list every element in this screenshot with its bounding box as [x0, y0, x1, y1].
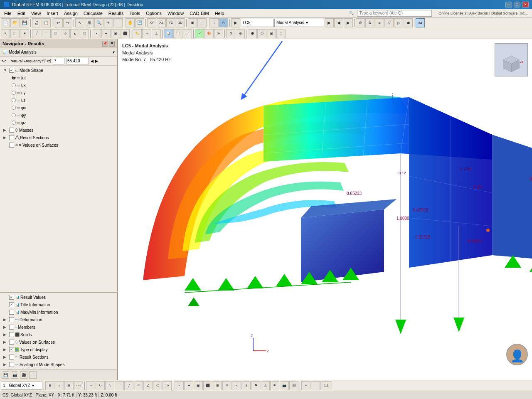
tree-result-values[interactable]: 📊 Result Values — [0, 293, 117, 301]
rv-checkbox[interactable] — [9, 295, 14, 300]
bt-poly[interactable]: ⬡ — [153, 381, 162, 390]
bt-move[interactable]: ↔ — [86, 381, 95, 390]
snap-button[interactable]: ✦ — [20, 29, 29, 38]
layers-button[interactable]: ≡ — [375, 18, 384, 27]
tree-masses[interactable]: ▶ ⬡ Masses — [0, 126, 117, 134]
def-checkbox[interactable] — [9, 317, 14, 322]
tree-scaling-mode[interactable]: ▶ 〜 Scaling of Mode Shapes — [0, 361, 117, 368]
code-btn3[interactable]: ▣ — [267, 29, 276, 38]
num-view-button[interactable]: #2 — [416, 18, 425, 27]
radio-ux[interactable] — [12, 83, 16, 87]
search-input[interactable] — [357, 10, 432, 17]
bt-solid[interactable]: ⬛ — [203, 381, 212, 390]
panel-camera-icon[interactable]: 📷 — [11, 371, 18, 379]
prev-mode[interactable]: ◀ — [334, 18, 343, 27]
lc-next[interactable]: ▶ — [325, 18, 334, 27]
menu-window[interactable]: Window — [165, 10, 186, 16]
menu-results[interactable]: Results — [106, 10, 126, 16]
bt-info[interactable]: ℹ — [241, 381, 251, 390]
tree-phix[interactable]: ▭ φx — [0, 104, 117, 111]
values-surfaces-checkbox[interactable] — [9, 143, 14, 148]
tree-values-surfaces[interactable]: ✕✕ Values on Surfaces — [0, 141, 117, 149]
tree-ux[interactable]: ▭ ux — [0, 81, 117, 89]
bt-more1[interactable]: ≫ — [163, 381, 172, 390]
radio-phiz[interactable] — [12, 121, 16, 125]
masses-checkbox[interactable] — [9, 128, 14, 133]
ti-checkbox[interactable] — [9, 302, 14, 307]
tree-members[interactable]: ▶ ━ Members — [0, 323, 117, 331]
tool-4[interactable]: ◇ — [61, 29, 70, 38]
radio-uz[interactable] — [12, 98, 16, 102]
tree-result-sections-bottom[interactable]: ▶ 〜 Result Sections — [0, 353, 117, 361]
wire-button[interactable]: ⬜ — [197, 18, 207, 27]
select-all[interactable]: ↖ — [1, 29, 10, 38]
tool-6[interactable]: ⬡ — [80, 29, 89, 38]
zoom-in[interactable]: + — [104, 18, 113, 27]
tree-val-surf-bottom[interactable]: ▶ ⬡ Values on Surfaces — [0, 338, 117, 346]
menu-file[interactable]: File — [2, 10, 14, 16]
pan-button[interactable]: ✋ — [126, 18, 135, 27]
open-button[interactable]: 📂 — [10, 18, 20, 27]
panel-video-icon[interactable]: 🎥 — [20, 371, 27, 379]
bt-x[interactable]: ✕ — [222, 381, 232, 390]
result-button[interactable]: R — [219, 18, 228, 27]
zoom-window[interactable]: 🔍 — [94, 18, 103, 27]
minimize-button[interactable]: ─ — [505, 2, 512, 7]
beam-button[interactable]: ━ — [101, 29, 111, 38]
mem-checkbox[interactable] — [9, 325, 14, 330]
measure-button[interactable]: 📏 — [133, 29, 142, 38]
bt-edge[interactable]: ━ — [184, 381, 193, 390]
header-controls[interactable]: 📌 ✕ — [102, 41, 115, 47]
tree-mode-shape[interactable]: ▼ ▭ Mode Shape — [0, 66, 117, 74]
tool-5[interactable]: ▲ — [70, 29, 79, 38]
menu-edit[interactable]: Edit — [15, 10, 28, 16]
bt-face[interactable]: ▣ — [194, 381, 203, 390]
load-button[interactable]: ↓ — [209, 18, 219, 27]
coord-system-dropdown[interactable]: 1 - Global XYZ ▾ — [1, 382, 42, 390]
ortho-btn[interactable]: ⊞ — [64, 381, 74, 390]
rotate-button[interactable]: 🔄 — [135, 18, 144, 27]
freq-value-input[interactable] — [66, 58, 89, 64]
rsb-checkbox[interactable] — [9, 355, 14, 360]
lc5-tab[interactable]: LC5 — [241, 19, 274, 27]
bt-eye[interactable]: 👁 — [270, 381, 279, 390]
modal-analysis-tab[interactable]: 📊 Modal Analysis ▾ — [0, 48, 117, 57]
radio-uy[interactable] — [12, 91, 16, 95]
bt-curve[interactable]: ⌒ — [115, 381, 124, 390]
tree-phiy[interactable]: ▭ φy — [0, 111, 117, 119]
tree-u-abs[interactable]: ▭ |u| — [0, 74, 117, 81]
next-mode[interactable]: ▶ — [344, 18, 353, 27]
result-sections-checkbox[interactable] — [9, 135, 14, 140]
sol-expander[interactable]: ▶ — [3, 332, 8, 337]
modal-dropdown[interactable]: Modal Analysis ▾ — [274, 19, 324, 27]
view-yz[interactable]: YZ — [166, 18, 175, 27]
tree-solids[interactable]: ▶ ⬛ Solids — [0, 331, 117, 338]
snap-btn[interactable]: ⊕ — [45, 381, 54, 390]
menu-help[interactable]: Help — [212, 10, 227, 16]
result-sections-expander[interactable]: ▶ — [3, 135, 8, 140]
tools-r1[interactable]: ⚙ — [226, 29, 235, 38]
tool-2[interactable]: ⌒ — [42, 29, 51, 38]
sol-checkbox[interactable] — [9, 332, 14, 337]
tree-uz[interactable]: ▭ uz — [0, 96, 117, 104]
bt-warning[interactable]: ⚠ — [261, 381, 270, 390]
nav-cube[interactable]: -X — [495, 43, 528, 76]
selection-mode[interactable]: ⬚ — [10, 29, 20, 38]
tool-3[interactable]: □ — [51, 29, 60, 38]
menu-cad-bim[interactable]: CAD-BIM — [187, 10, 211, 16]
menu-calculate[interactable]: Calculate — [81, 10, 105, 16]
view-xz[interactable]: XZ — [157, 18, 166, 27]
radio-phix[interactable] — [12, 106, 16, 110]
lc-prev[interactable]: ▶ — [231, 18, 240, 27]
view-result-on[interactable]: ✓ — [195, 29, 204, 38]
bt-scale[interactable]: ⤡ — [105, 381, 114, 390]
menu-assign[interactable]: Assign — [62, 10, 80, 16]
sms-checkbox[interactable] — [9, 362, 14, 367]
render-button[interactable]: ▣ — [188, 18, 197, 27]
bt-view-more[interactable]: 1:1 — [320, 381, 332, 390]
print-preview[interactable]: 📋 — [42, 18, 51, 27]
detail-check[interactable]: ⬡ — [257, 29, 266, 38]
view-3d[interactable]: 3D — [176, 18, 185, 27]
window-controls[interactable]: ─ □ ✕ — [505, 2, 529, 7]
bt-group[interactable]: ⊞ — [213, 381, 222, 390]
